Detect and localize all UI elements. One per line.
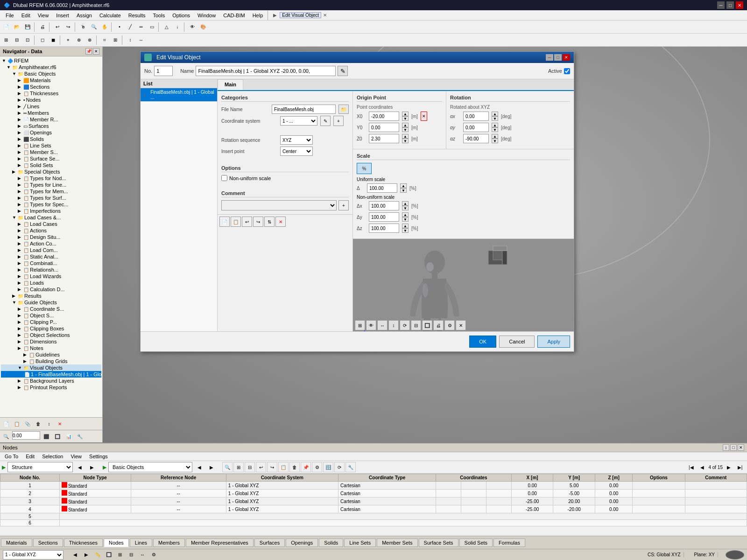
- nav-tb2-4[interactable]: 🔧: [75, 431, 85, 441]
- status-btn-8[interactable]: ⚙: [148, 550, 159, 560]
- tree-results[interactable]: ▶ 📁 Results: [1, 293, 101, 299]
- dy-down[interactable]: ▼: [402, 217, 409, 222]
- nodes-expand-btn[interactable]: □: [730, 444, 737, 451]
- open-btn[interactable]: 📂: [12, 22, 22, 32]
- coord-sys-edit-btn[interactable]: ✎: [320, 116, 331, 126]
- basic-objects-select[interactable]: Basic Objects: [108, 462, 192, 472]
- nodes-menu-view[interactable]: View: [68, 453, 85, 460]
- status-btn-7[interactable]: ↔: [137, 550, 148, 560]
- undo-btn[interactable]: ↩: [52, 22, 63, 32]
- menu-assign[interactable]: Assign: [73, 12, 96, 19]
- y0-up[interactable]: ▲: [402, 123, 409, 127]
- dz-input[interactable]: [369, 224, 399, 233]
- tree-coord-s[interactable]: ▶📋 Coordinate S...: [1, 306, 101, 312]
- ax-input[interactable]: [463, 112, 489, 121]
- n-tb-12[interactable]: 🔧: [345, 462, 356, 472]
- tb2-5[interactable]: ◼: [48, 35, 58, 45]
- tb2-9[interactable]: ⌗: [99, 35, 110, 45]
- menu-options[interactable]: Options: [169, 12, 194, 19]
- node-btn[interactable]: •: [114, 22, 125, 32]
- n-tb-2[interactable]: ⊞: [233, 462, 244, 472]
- structure-select[interactable]: Structure: [7, 462, 73, 472]
- nav-close-x-btn[interactable]: ✕: [55, 419, 65, 429]
- menu-results[interactable]: Results: [125, 12, 149, 19]
- new-btn[interactable]: 📄: [1, 22, 11, 32]
- tree-calc-d[interactable]: ▶📋 Calculation D...: [1, 286, 101, 293]
- tree-relationsh[interactable]: ▶📋 Relationsh...: [1, 266, 101, 273]
- dx-up[interactable]: ▲: [402, 201, 409, 206]
- render-btn[interactable]: 🎨: [198, 22, 208, 32]
- ax-down[interactable]: ▼: [492, 116, 498, 121]
- tab-solid-sets[interactable]: Solid Sets: [459, 539, 493, 547]
- tab-nodes[interactable]: Nodes: [104, 539, 129, 547]
- tree-solid-sets[interactable]: ▶ 📋 Solid Sets: [1, 162, 101, 168]
- tree-actions[interactable]: ▶📋 Actions: [1, 227, 101, 234]
- tree-lines[interactable]: ▶ ╱ Lines: [1, 103, 101, 110]
- tree-types-surf[interactable]: ▶📋 Types for Surf...: [1, 195, 101, 201]
- nodes-menu-edit[interactable]: Edit: [23, 453, 37, 460]
- insert-pt-select[interactable]: Center: [280, 147, 313, 156]
- tree-types-mem[interactable]: ▶📋 Types for Mem...: [1, 188, 101, 195]
- dy-input[interactable]: [369, 212, 399, 222]
- prev-tb-5[interactable]: ⟳: [400, 320, 410, 330]
- tree-basic-objects[interactable]: ▼ 📁 Basic Objects: [1, 70, 101, 77]
- n-tb-6[interactable]: 📋: [278, 462, 289, 472]
- basic-obj-prev-btn[interactable]: ◀: [194, 462, 204, 472]
- nodes-menu-settings[interactable]: Settings: [86, 453, 111, 460]
- status-btn-6[interactable]: ⊟: [126, 550, 136, 560]
- tree-types-line[interactable]: ▶📋 Types for Line...: [1, 182, 101, 188]
- table-row[interactable]: 1 Standard -- 1 - Global XYZ Cartesian 0…: [0, 482, 747, 490]
- struct-next-btn[interactable]: ▶: [87, 462, 97, 472]
- ax-up[interactable]: ▲: [492, 112, 498, 116]
- n-tb-4[interactable]: ↩: [256, 462, 266, 472]
- tree-materials[interactable]: ▶ 🟧 Materials: [1, 77, 101, 84]
- dy-up[interactable]: ▲: [402, 212, 409, 217]
- n-tb-8[interactable]: 📌: [301, 462, 311, 472]
- ay-input[interactable]: [463, 123, 489, 132]
- table-row[interactable]: 3 Standard -- 1 - Global XYZ Cartesian -…: [0, 497, 747, 505]
- menu-file[interactable]: File: [2, 12, 18, 19]
- nav-tb2-3[interactable]: 📊: [63, 431, 74, 441]
- surface-btn[interactable]: ▭: [147, 22, 157, 32]
- x0-up[interactable]: ▲: [402, 112, 409, 116]
- name-edit-btn[interactable]: ✎: [338, 66, 348, 76]
- edit-toolbar-close[interactable]: ✕: [323, 13, 327, 18]
- tb2-7[interactable]: ⊕: [74, 35, 84, 45]
- tb2-1[interactable]: ⊞: [1, 35, 11, 45]
- n-tb-10[interactable]: 🔢: [323, 462, 333, 472]
- apply-btn[interactable]: Apply: [537, 336, 570, 348]
- ay-up[interactable]: ▲: [492, 123, 498, 127]
- tab-main[interactable]: Main: [218, 79, 243, 90]
- prev-tb-2[interactable]: 👁: [366, 320, 376, 330]
- prev-tb-10[interactable]: ✕: [456, 320, 466, 330]
- az-down[interactable]: ▼: [492, 139, 498, 143]
- prev-tb-8[interactable]: 🖨: [433, 320, 444, 330]
- cancel-btn[interactable]: Cancel: [499, 336, 535, 348]
- menu-tools[interactable]: Tools: [149, 12, 169, 19]
- tree-rfem[interactable]: ▼ 🔷 RFEM: [1, 57, 101, 64]
- nav-tb2-1[interactable]: ⬛: [41, 431, 51, 441]
- tab-member-sets[interactable]: Member Sets: [377, 539, 417, 547]
- rot-seq-select[interactable]: XYZ: [280, 135, 313, 145]
- tb2-12[interactable]: ↔: [136, 35, 146, 45]
- tb2-3[interactable]: ⊡: [22, 35, 33, 45]
- display-btn[interactable]: 👁: [187, 22, 197, 32]
- n-tb-9[interactable]: ⚙: [312, 462, 322, 472]
- tree-load-cases-group[interactable]: ▼ 📁 Load Cases &...: [1, 214, 101, 221]
- dx-down[interactable]: ▼: [402, 206, 409, 210]
- tree-object-selections[interactable]: ▶📋 Object Selections: [1, 332, 101, 338]
- nodes-menu-goto[interactable]: Go To: [2, 453, 21, 460]
- tb2-8[interactable]: ⊗: [85, 35, 95, 45]
- tab-surfaces[interactable]: Surfaces: [254, 539, 285, 547]
- member-btn[interactable]: ═: [136, 22, 146, 32]
- minimize-btn[interactable]: ─: [717, 1, 725, 9]
- tree-member-s[interactable]: ▶ 📋 Member S...: [1, 149, 101, 155]
- tree-members[interactable]: ▶ ═ Members: [1, 110, 101, 116]
- tree-clipping-boxes[interactable]: ▶📋 Clipping Boxes: [1, 325, 101, 332]
- tb2-10[interactable]: ⊞: [110, 35, 120, 45]
- icon-btn-del[interactable]: ✕: [275, 217, 286, 227]
- nav-del-btn[interactable]: 🗑: [33, 419, 43, 429]
- page-first-btn[interactable]: |◀: [686, 462, 696, 472]
- n-tb-7[interactable]: 🗑: [289, 462, 300, 472]
- line-btn[interactable]: ╱: [125, 22, 135, 32]
